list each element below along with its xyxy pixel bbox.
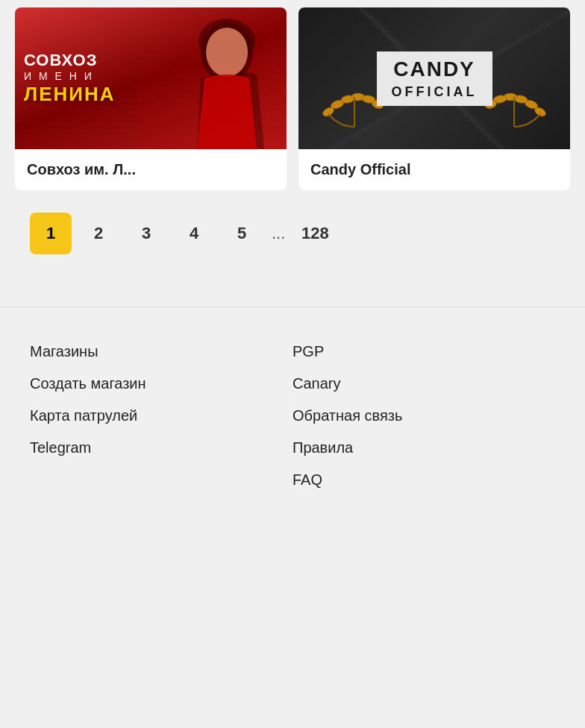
footer-link-canary[interactable]: Canary	[292, 369, 555, 398]
page-btn-128[interactable]: 128	[294, 213, 336, 254]
page-ellipsis: ...	[269, 224, 288, 243]
sovhoz-line1: СОВХОЗ	[24, 51, 116, 70]
card-image-candy: CANDY OFFICIAL	[298, 7, 570, 149]
card-sovhoz[interactable]: СОВХОЗ и м е н и ЛЕНИНА	[15, 7, 287, 190]
candy-logo-block: CANDY OFFICIAL	[377, 51, 492, 106]
card-candy[interactable]: CANDY OFFICIAL	[298, 7, 570, 190]
footer-col-left: Магазины Создать магазин Карта патрулей …	[30, 337, 292, 495]
svg-point-2	[206, 28, 248, 77]
page-btn-5[interactable]: 5	[221, 213, 263, 254]
sovhoz-line2: и м е н и	[24, 70, 116, 83]
card-label-sovhoz: Совхоз им. Л...	[15, 149, 287, 190]
footer-col-right: PGP Canary Обратная связь Правила FAQ	[292, 337, 555, 495]
card-label-candy: Candy Official	[298, 149, 570, 190]
page-btn-3[interactable]: 3	[125, 213, 167, 254]
footer-link-feedback[interactable]: Обратная связь	[292, 401, 555, 430]
footer-link-telegram[interactable]: Telegram	[30, 433, 292, 462]
page-btn-1[interactable]: 1	[30, 213, 72, 254]
cards-grid: СОВХОЗ и м е н и ЛЕНИНА	[15, 0, 570, 190]
page-btn-4[interactable]: 4	[173, 213, 215, 254]
footer-link-pgp[interactable]: PGP	[292, 337, 555, 366]
sovhoz-text-block: СОВХОЗ и м е н и ЛЕНИНА	[24, 51, 116, 106]
footer-link-rules[interactable]: Правила	[292, 433, 555, 462]
pagination: 1 2 3 4 5 ... 128	[15, 190, 570, 277]
footer-link-create-shop[interactable]: Создать магазин	[30, 369, 292, 398]
footer: Магазины Создать магазин Карта патрулей …	[0, 307, 585, 524]
footer-grid: Магазины Создать магазин Карта патрулей …	[30, 337, 555, 495]
candy-logo-text: CANDY	[377, 51, 492, 84]
footer-link-shops[interactable]: Магазины	[30, 337, 292, 366]
card-image-sovhoz: СОВХОЗ и м е н и ЛЕНИНА	[15, 7, 287, 149]
footer-link-faq[interactable]: FAQ	[292, 465, 555, 495]
main-content: СОВХОЗ и м е н и ЛЕНИНА	[0, 0, 585, 292]
footer-link-map[interactable]: Карта патрулей	[30, 401, 292, 430]
candy-logo-sub: OFFICIAL	[377, 84, 492, 106]
sovhoz-line3: ЛЕНИНА	[24, 83, 116, 106]
page-btn-2[interactable]: 2	[78, 213, 119, 254]
